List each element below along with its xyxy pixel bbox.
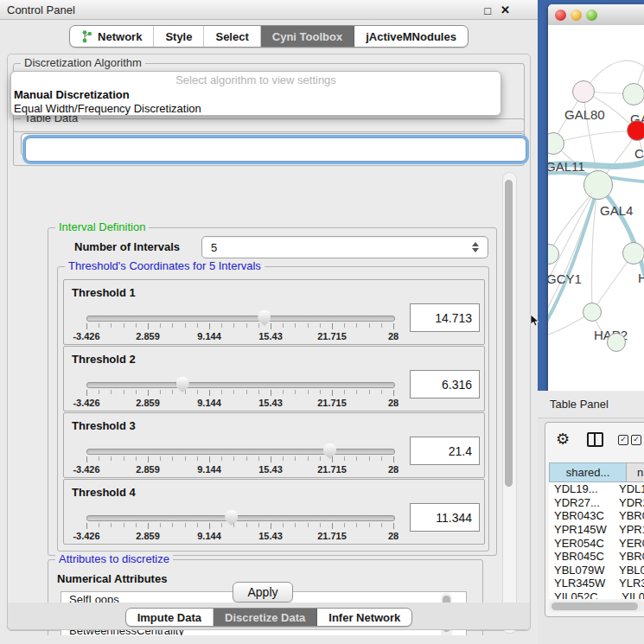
tick-mark [209,523,210,529]
tick-label: 15.43 [258,531,283,541]
close-icon[interactable]: ✕ [501,3,510,16]
network-window: GAL80GACGAL11GAL4GCY1HHAP2 [548,4,644,391]
tick-mark [233,323,234,328]
cell-shared-name: YBR043C [549,509,619,522]
tick-mark [99,523,99,527]
tab-discretize-data[interactable]: Discretize Data [214,609,317,626]
threshold-slider-track[interactable] [86,316,395,322]
network-node-c[interactable] [627,120,644,141]
table-row[interactable]: YLR345WYLR3 [549,577,644,590]
tick-mark [209,390,210,396]
tick-mark [246,323,247,328]
network-node-hap2[interactable] [583,303,602,322]
threshold-value-field[interactable]: 21.4 [410,437,480,465]
minimize-traffic-light[interactable] [571,10,582,21]
num-intervals-spinner[interactable]: 5 [201,236,488,258]
tick-mark [356,523,357,527]
table-row[interactable]: YBL079WYBL0 [549,564,644,577]
cell-name: YDR2 [619,496,644,509]
tick-mark [283,523,284,527]
tick-mark [99,323,99,328]
network-canvas[interactable]: GAL80GACGAL11GAL4GCY1HHAP2 [548,25,644,366]
threshold-value-field[interactable]: 14.713 [410,303,480,332]
apply-button[interactable]: Apply [233,582,293,603]
tick-mark [308,323,309,328]
tick-mark [258,390,259,394]
checkbox-icon-2[interactable]: ✓ [631,435,641,445]
tab-select[interactable]: Select [204,26,260,47]
table-row[interactable]: YBR045CYBR0 [549,550,644,564]
network-node-gal4[interactable] [583,170,613,200]
threshold-value-field[interactable]: 11.344 [410,503,480,532]
tick-mark [197,523,198,527]
table-row[interactable]: YBR043CYBR0 [549,509,644,523]
network-icon [81,30,92,43]
gear-icon[interactable]: ⚙ [556,430,570,449]
mouse-cursor-icon [530,315,540,327]
cell-shared-name: YLR345W [549,577,619,590]
tick-mark [271,323,271,329]
tick-mark [258,523,259,527]
tick-mark [124,456,124,461]
cell-shared-name: YBL079W [549,564,619,577]
close-traffic-light[interactable] [555,10,566,21]
tab-infer-network[interactable]: Infer Network [317,609,411,626]
threshold-slider-track[interactable] [86,449,395,455]
tick-mark [111,456,112,461]
column-header-name[interactable]: n [627,462,644,482]
table-hscrollbar[interactable] [549,601,644,612]
threshold-slider-track[interactable] [86,382,395,388]
cell-shared-name: YBR045C [549,550,619,563]
tick-mark [185,390,186,394]
settings-scrollbar-thumb[interactable] [505,180,513,487]
network-node-ga[interactable] [622,83,644,105]
interval-definition-group: Interval Definition Number of Intervals … [48,227,497,556]
tab-cyni-toolbox[interactable]: Cyni Toolbox [261,26,354,47]
tick-mark [381,523,382,527]
dropdown-option[interactable]: Equal Width/Frequency Discretization [11,102,501,116]
column-header-shared[interactable]: shared... [549,462,627,482]
settings-scrollbar[interactable] [502,172,517,634]
tick-mark [185,456,186,461]
tab-network[interactable]: Network [70,26,154,47]
tick-label: -3.426 [73,464,99,475]
tick-mark [283,390,284,394]
table-row[interactable]: YIL052CYIL0 [549,590,644,599]
tab-impute-data[interactable]: Impute Data [126,609,214,626]
tick-label: 28 [388,531,399,541]
network-node-label: GAL80 [564,107,605,122]
algorithm-combobox[interactable] [25,137,526,162]
float-window-icon[interactable]: □ [484,4,491,17]
tick-label: 2.859 [136,331,160,341]
table-hscrollbar-thumb[interactable] [552,603,638,610]
table-row[interactable]: YDR27...YDR2 [549,496,644,510]
dropdown-option[interactable]: Manual Discretization [11,88,501,102]
tick-mark [283,323,284,328]
tick-label: 21.715 [317,398,347,408]
numerical-attributes-heading: Numerical Attributes [57,572,167,585]
table-row[interactable]: YDL19...YDL1 [549,482,644,496]
table-row[interactable]: YER054CYER0 [549,536,644,550]
tick-mark [271,456,271,462]
tick-mark [320,523,321,527]
cell-name: YBR0 [619,550,644,563]
table-row[interactable]: YPR145WYPR1 [549,523,644,537]
network-node-gal80[interactable] [572,80,595,103]
checkbox-icon-1[interactable]: ✓ [618,435,628,445]
threshold-slider-track[interactable] [86,515,395,521]
split-panel-icon[interactable] [587,432,603,447]
threshold-value-field[interactable]: 6.316 [410,370,480,399]
tick-mark [295,323,296,328]
network-node-h[interactable] [622,242,644,265]
tab-style[interactable]: Style [154,26,204,47]
table-toolbar: ⚙ ✓ ✓ [545,423,644,457]
network-node-label: GCY1 [548,271,582,286]
slider-tick-labels: -3.4262.8599.14415.4321.71528 [86,531,393,541]
network-node[interactable] [607,333,626,352]
tick-mark [393,456,394,462]
tick-mark [369,523,370,527]
top-tabs-segmented-control: NetworkStyleSelectCyni ToolboxjActiveMNo… [69,25,469,48]
tab-jactivemnodules[interactable]: jActiveMNodules [354,26,468,47]
settings-panel: Discretization Algorithm Table Data galF… [7,54,531,631]
zoom-traffic-light[interactable] [586,10,597,21]
